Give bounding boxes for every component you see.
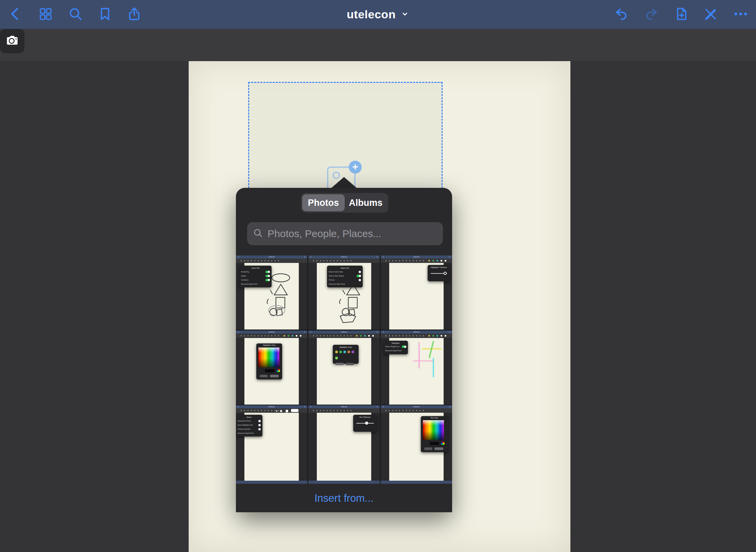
document-title: utelecon: [347, 8, 396, 21]
mini-color-dot: [288, 335, 289, 337]
mini-toggle-on: [357, 275, 361, 277]
mini-tool-dot: [264, 410, 265, 411]
insert-from-button[interactable]: Insert from...: [236, 484, 452, 512]
readonly-pencil-button[interactable]: [700, 3, 721, 25]
mini-tool-dot: [241, 410, 242, 411]
mini-tool-dot: [344, 335, 345, 336]
mini-color-dot: [356, 335, 358, 337]
mini-tool-dot: [251, 335, 252, 336]
mini-toolbar: [308, 259, 380, 263]
mini-tool-dot: [320, 260, 321, 261]
mini-tool-dot: [413, 335, 414, 336]
mini-tool-dot: [316, 410, 317, 411]
mini-tool-dot: [399, 410, 400, 411]
mini-slider-knob: [444, 272, 447, 275]
mini-tool-dot: [385, 260, 386, 261]
mini-tool-dot: [406, 260, 407, 261]
mini-color-dot: [432, 335, 434, 337]
bookmark-icon: [97, 6, 113, 23]
mini-popover: Pen Thickness: [353, 415, 377, 432]
mini-size-dot: [276, 410, 277, 412]
mini-color-dots-row2: [334, 355, 357, 361]
mini-tool-dot: [316, 260, 317, 261]
mini-popover-row: Handwriting: [241, 270, 270, 274]
mini-thickness-slider[interactable]: [356, 423, 374, 424]
mini-tool-dot: [333, 335, 334, 336]
photo-thumbnail[interactable]: utelecon Lasso ToolHandwritingImagesText…: [236, 255, 307, 330]
canvas-margin-right: [570, 61, 756, 552]
redo-icon: [644, 6, 659, 23]
mini-popover-label: Images: [241, 275, 246, 277]
mini-tool-dot: [402, 410, 403, 411]
mini-popover: Shape ToolRequire hold to SnapSnap to Ot…: [327, 266, 363, 287]
mini-tool-dot: [344, 410, 345, 411]
mini-tool-dot: [344, 260, 345, 261]
mini-tool-dot: [389, 260, 390, 261]
photo-thumbnail[interactable]: uteleconHighlighter Color: [236, 331, 307, 405]
thumbnails-grid-button[interactable]: [35, 3, 56, 25]
search-button[interactable]: [65, 3, 86, 25]
mini-hex-field: [265, 369, 275, 372]
mini-nav-dot: [304, 332, 305, 333]
tab-photos[interactable]: Photos: [302, 194, 345, 211]
mini-popover-label: Handwriting: [241, 271, 249, 273]
photos-search-field[interactable]: Photos, People, Places...: [247, 222, 443, 245]
more-button[interactable]: [730, 3, 751, 25]
mini-tool-dot: [416, 410, 417, 411]
mini-popover-label: Text Boxes: [241, 279, 248, 281]
mini-popover-title: Highlighter: [385, 342, 406, 344]
plus-glyph: +: [352, 162, 358, 172]
mini-tool-dot: [323, 335, 324, 336]
mini-navbar: utelecon: [236, 331, 307, 334]
add-page-button[interactable]: [671, 3, 692, 25]
mini-navbar: [308, 481, 380, 484]
mini-tool-dot: [340, 410, 341, 411]
mini-toggle-off: [359, 279, 361, 281]
mini-popover: Highlighter Thickness: [428, 265, 450, 281]
mini-tool-dot: [254, 260, 255, 261]
mini-popover-title: Lasso Tool: [241, 267, 270, 269]
mini-color-dot: [364, 335, 366, 337]
mini-tool-dot: [264, 335, 265, 336]
back-button[interactable]: [5, 3, 26, 25]
photo-thumbnail[interactable]: uteleconHighlighterDraw in Straight Line…: [381, 331, 452, 405]
redo-button[interactable]: [641, 3, 662, 25]
mini-title: utelecon: [341, 331, 347, 333]
photo-thumbnail[interactable]: uteleconPen Thickness: [308, 405, 380, 479]
mini-tool-dot: [333, 410, 334, 411]
mini-title: utelecon: [341, 256, 347, 258]
document-title-button[interactable]: utelecon: [347, 0, 409, 29]
photo-thumbnail[interactable]: uteleconHighlighter Color: [308, 331, 380, 405]
canvas-margin-left: [0, 61, 189, 552]
bookmark-button[interactable]: [94, 3, 116, 25]
mini-title: utelecon: [269, 406, 275, 408]
photo-thumbnail[interactable]: uteleconEraserErase Entire StrokeErase H…: [236, 405, 307, 479]
mini-tool-dot: [278, 410, 279, 411]
share-button[interactable]: [124, 3, 145, 25]
undo-button[interactable]: [611, 3, 632, 25]
mini-nav-dot: [377, 406, 378, 407]
mini-popover-row: Text Boxes: [241, 278, 270, 282]
photo-thumbnail[interactable]: uteleconPen Color: [381, 405, 452, 479]
mini-navbar: utelecon: [381, 405, 452, 408]
mini-popover-row: Erase Entire Stroke: [238, 419, 261, 423]
mini-tool-dot: [268, 410, 269, 411]
mini-thickness-slider[interactable]: [431, 273, 447, 274]
camera-button[interactable]: [0, 29, 24, 53]
mini-tool-dot: [402, 335, 403, 336]
photos-albums-segmented-control: Photos Albums: [301, 193, 388, 213]
tab-albums[interactable]: Albums: [345, 194, 387, 211]
mini-color-dot: [300, 335, 302, 337]
mini-toolbar: [236, 259, 307, 263]
mini-popover-row: Require hold to Snap: [329, 270, 361, 274]
mini-tool-dot: [241, 260, 242, 261]
photo-thumbnail[interactable]: uteleconHighlighter Thickness: [381, 255, 452, 330]
mini-popover-title: Pen Thickness: [355, 416, 375, 418]
photo-thumbnail[interactable]: utelecon Shape ToolRequire hold to SnapS…: [308, 255, 380, 330]
mini-tool-dot: [419, 335, 420, 336]
mini-tool-dot: [258, 410, 259, 411]
mini-tool-dot: [350, 410, 351, 411]
mini-popover-label: Erase Entire Stroke: [238, 420, 251, 422]
mini-color-picker: [258, 348, 279, 367]
mini-tool-dot: [423, 260, 424, 261]
